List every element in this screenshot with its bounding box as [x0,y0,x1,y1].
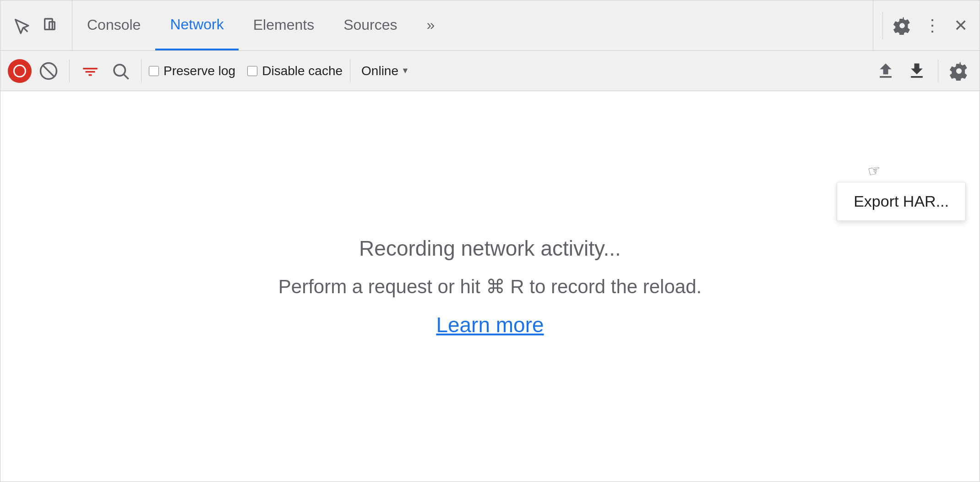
disable-cache-checkbox[interactable] [247,66,257,76]
close-devtools-button[interactable]: ✕ [951,13,970,38]
preserve-log-checkbox[interactable] [149,66,159,76]
divider [882,12,883,39]
empty-state: Recording network activity... Perform a … [278,236,702,337]
separator-3 [350,60,350,82]
separator-4 [938,60,938,82]
tab-bar-right-icons: ⋮ ✕ [873,0,980,50]
svg-line-0 [23,27,27,32]
tab-more[interactable]: » [412,0,450,50]
network-throttle-select[interactable]: Online ▼ [358,61,413,81]
export-har-item[interactable]: Export HAR... [837,182,965,220]
filter-button[interactable] [77,58,103,84]
network-settings-button[interactable] [946,58,972,84]
tab-sources[interactable]: Sources [329,0,412,50]
devtools-panel: Console Network Elements Sources » [0,0,980,482]
export-har-button[interactable] [903,57,931,85]
tab-network[interactable]: Network [155,0,238,50]
search-button[interactable] [107,58,134,84]
import-har-button[interactable] [872,57,899,85]
main-content: Recording network activity... Perform a … [0,91,980,482]
more-vert-icon: ⋮ [924,16,941,35]
instruction-text: Perform a request or hit ⌘ R to record t… [278,275,702,298]
inspect-element-button[interactable] [10,14,33,38]
disable-cache-label[interactable]: Disable cache [247,64,343,78]
tab-console[interactable]: Console [72,0,155,50]
learn-more-link[interactable]: Learn more [436,312,544,337]
svg-point-5 [114,65,125,76]
svg-line-4 [43,65,54,77]
more-options-button[interactable]: ⋮ [921,13,944,38]
recording-text: Recording network activity... [359,236,621,261]
network-toolbar: Preserve log Disable cache Online ▼ [0,51,980,91]
preserve-log-label[interactable]: Preserve log [149,64,235,78]
toolbar-right [872,57,972,85]
record-icon [13,65,26,77]
tab-bar-left-icons [0,0,72,50]
tab-bar: Console Network Elements Sources » [0,0,980,51]
export-har-dropdown: Export HAR... [837,182,966,221]
record-button[interactable] [8,59,32,83]
tab-elements[interactable]: Elements [239,0,329,50]
settings-button[interactable] [890,14,914,38]
clear-button[interactable] [35,58,62,84]
tabs-container: Console Network Elements Sources » [72,0,873,50]
separator-2 [141,60,142,82]
cursor-pointer-icon: ☞ [866,161,882,181]
throttle-dropdown-arrow: ▼ [401,66,409,76]
close-icon: ✕ [954,16,968,35]
svg-line-6 [124,74,129,79]
separator-1 [69,60,70,82]
device-toggle-button[interactable] [39,14,63,38]
